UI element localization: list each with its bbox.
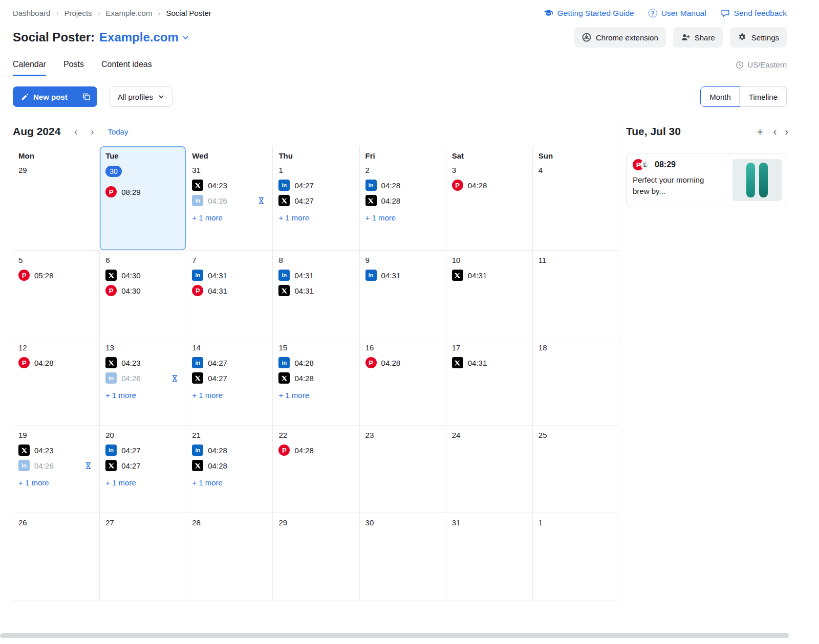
day-cell[interactable]: Sun4 (532, 146, 619, 250)
day-cell[interactable]: 12P04:28 (13, 338, 99, 425)
scheduled-post[interactable]: P08:29 (105, 186, 180, 197)
scheduled-post[interactable]: P04:28 (452, 180, 526, 191)
scheduled-post[interactable]: in04:28 (192, 445, 266, 456)
bulk-post-button[interactable] (76, 86, 97, 107)
scheduled-post[interactable]: 04:28 (192, 460, 266, 471)
scheduled-post[interactable]: 04:27 (192, 372, 266, 384)
day-cell[interactable]: 14in04:2704:27+ 1 more (186, 338, 272, 425)
day-cell[interactable]: 24 (446, 425, 532, 513)
scheduled-post[interactable]: 04:23 (105, 357, 180, 368)
tab-content-ideas[interactable]: Content ideas (101, 60, 152, 76)
day-cell[interactable]: 1704:31 (446, 338, 532, 425)
day-cell[interactable]: 5P05:28 (13, 250, 99, 338)
scheduled-post[interactable]: in04:28 (365, 180, 440, 191)
scheduled-post[interactable]: P04:28 (278, 445, 353, 456)
day-cell[interactable]: Mon29 (13, 146, 99, 250)
day-cell[interactable]: 1004:31 (446, 250, 532, 338)
more-posts-link[interactable]: + 1 more (18, 478, 49, 487)
scheduled-post[interactable]: in04:27 (192, 357, 266, 368)
horizontal-scrollbar[interactable] (0, 633, 789, 638)
day-cell[interactable]: Thu1in04:2704:27+ 1 more (272, 146, 359, 250)
tab-calendar[interactable]: Calendar (13, 60, 46, 76)
next-month-button[interactable]: › (85, 124, 99, 139)
new-post-button[interactable]: New post (13, 86, 76, 107)
scheduled-post[interactable]: P05:28 (18, 270, 93, 281)
day-cell[interactable]: 1 (532, 513, 619, 600)
scheduled-post[interactable]: in04:27 (278, 180, 353, 191)
send-feedback-link[interactable]: Send feedback (721, 9, 787, 18)
day-cell[interactable]: 31 (446, 513, 532, 600)
scheduled-post[interactable]: P04:28 (18, 357, 93, 368)
view-timeline-button[interactable]: Timeline (740, 86, 787, 107)
day-cell[interactable]: 7in04:31P04:31 (186, 250, 272, 338)
profiles-filter-dropdown[interactable]: All profiles (110, 86, 173, 107)
day-cell[interactable]: 26 (13, 513, 99, 600)
day-cell[interactable]: 1904:23in04:26+ 1 more (13, 425, 99, 513)
day-cell[interactable]: 23 (359, 425, 446, 513)
prev-day-button[interactable]: ‹ (773, 126, 777, 138)
day-cell[interactable]: 30 (359, 513, 446, 600)
scheduled-post[interactable]: in04:31 (278, 270, 353, 281)
chrome-extension-button[interactable]: Chrome extension (574, 27, 666, 48)
scheduled-post[interactable]: 04:23 (192, 180, 266, 191)
day-cell[interactable]: 29 (272, 513, 359, 600)
more-posts-link[interactable]: + 1 more (105, 391, 136, 399)
post-card[interactable]: P E 08:29 Perfect your morning brew by..… (626, 153, 788, 207)
scheduled-post[interactable]: 04:31 (452, 357, 526, 368)
more-posts-link[interactable]: + 1 more (105, 478, 136, 487)
day-cell[interactable]: Wed3104:23in04:26+ 1 more (186, 146, 272, 250)
scheduled-post[interactable]: in04:27 (105, 445, 180, 456)
day-cell[interactable]: 27 (99, 513, 186, 600)
scheduled-post[interactable]: 04:31 (278, 285, 353, 296)
more-posts-link[interactable]: + 1 more (192, 391, 223, 399)
breadcrumb-item-dashboard[interactable]: Dashboard (13, 9, 50, 17)
today-button[interactable]: Today (107, 127, 128, 136)
user-manual-link[interactable]: ? User Manual (649, 9, 706, 18)
scheduled-post[interactable]: P04:28 (365, 357, 440, 368)
add-post-button[interactable]: ＋ (755, 125, 765, 139)
day-cell[interactable]: Sat3P04:28 (446, 146, 532, 250)
day-cell[interactable]: Tue30P08:29 (99, 146, 186, 250)
more-posts-link[interactable]: + 1 more (192, 213, 223, 222)
day-cell[interactable]: 604:30P04:30 (99, 250, 186, 338)
more-posts-link[interactable]: + 1 more (278, 213, 309, 222)
day-cell[interactable]: 9in04:31 (359, 250, 446, 338)
scheduled-post[interactable]: 04:28 (278, 372, 353, 384)
day-cell[interactable]: 28 (186, 513, 272, 600)
settings-button[interactable]: Settings (730, 27, 787, 48)
day-cell[interactable]: 20in04:2704:27+ 1 more (99, 425, 186, 513)
scheduled-post[interactable]: 04:23 (18, 445, 93, 456)
more-posts-link[interactable]: + 1 more (192, 478, 223, 487)
next-day-button[interactable]: › (785, 126, 788, 138)
more-posts-link[interactable]: + 1 more (278, 391, 309, 399)
day-cell[interactable]: 16P04:28 (359, 338, 446, 425)
scheduled-post[interactable]: in04:26 (192, 195, 266, 206)
day-cell[interactable]: 8in04:3104:31 (272, 250, 359, 338)
scheduled-post[interactable]: P04:31 (192, 285, 266, 296)
view-month-button[interactable]: Month (700, 86, 740, 107)
scheduled-post[interactable]: 04:28 (365, 195, 440, 206)
project-selector[interactable]: Example.com (99, 30, 189, 45)
scheduled-post[interactable]: in04:26 (18, 460, 93, 471)
share-button[interactable]: Share (673, 27, 723, 48)
scheduled-post[interactable]: P04:30 (105, 285, 180, 296)
day-cell[interactable]: 1304:23in04:26+ 1 more (99, 338, 186, 425)
scheduled-post[interactable]: in04:26 (105, 372, 180, 384)
more-posts-link[interactable]: + 1 more (365, 213, 396, 222)
breadcrumb-item-projects[interactable]: Projects (64, 9, 92, 17)
day-cell[interactable]: 22P04:28 (272, 425, 359, 513)
scheduled-post[interactable]: in04:31 (192, 270, 266, 281)
prev-month-button[interactable]: ‹ (69, 124, 83, 139)
scheduled-post[interactable]: 04:31 (452, 270, 526, 281)
breadcrumb-item-project[interactable]: Example.com (106, 9, 153, 17)
day-cell[interactable]: 18 (532, 338, 619, 425)
tab-posts[interactable]: Posts (63, 60, 84, 76)
getting-started-guide-link[interactable]: Getting Started Guide (544, 8, 634, 18)
scheduled-post[interactable]: in04:31 (365, 270, 440, 281)
day-cell[interactable]: 15in04:2804:28+ 1 more (272, 338, 359, 425)
day-cell[interactable]: Fri2in04:2804:28+ 1 more (359, 146, 446, 250)
scheduled-post[interactable]: 04:27 (278, 195, 353, 206)
scheduled-post[interactable]: 04:30 (105, 270, 180, 281)
scheduled-post[interactable]: in04:28 (278, 357, 353, 368)
day-cell[interactable]: 11 (532, 250, 619, 338)
